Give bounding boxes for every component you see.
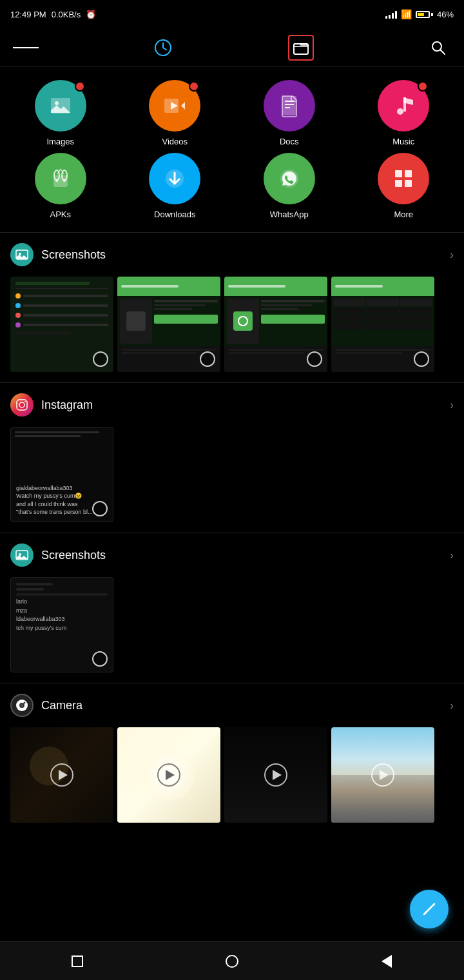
svg-marker-9 [181, 102, 185, 110]
images-label: Images [46, 137, 74, 146]
downloads-label: Downloads [154, 210, 195, 219]
svg-rect-26 [395, 170, 402, 177]
svg-point-20 [55, 179, 58, 182]
menu-button[interactable] [13, 35, 39, 61]
svg-point-40 [24, 702, 26, 704]
category-downloads[interactable]: Downloads [121, 153, 229, 219]
instagram-icon [10, 393, 34, 416]
network-speed: 0.0KB/s [52, 10, 81, 19]
screenshots-2-chevron: › [450, 549, 454, 562]
music-label: Music [392, 137, 414, 146]
thumb-ss-2[interactable] [117, 277, 220, 372]
screenshots-2-header-left: Screenshots [10, 544, 106, 567]
thumb-ss2-1[interactable]: lario mza ldabeorwallaba303 tch my pussy… [10, 577, 113, 672]
category-apks[interactable]: APKs [6, 153, 115, 219]
time: 12:49 PM [10, 10, 46, 19]
thumb-ss-4[interactable] [331, 277, 434, 372]
screenshots-2-icon [10, 544, 34, 567]
category-docs[interactable]: Docs [235, 80, 343, 146]
circle-icon [226, 955, 238, 968]
thumb-radio-4[interactable] [414, 351, 429, 367]
screenshots-2-header[interactable]: Screenshots › [0, 533, 464, 577]
fab-icon [420, 900, 438, 918]
bottom-nav [0, 941, 464, 980]
whatsapp-label: WhatsApp [270, 210, 309, 219]
svg-point-7 [55, 101, 59, 105]
camera-header[interactable]: Camera › [0, 683, 464, 727]
nav-home-button[interactable] [219, 948, 245, 974]
category-whatsapp[interactable]: WhatsApp [235, 153, 343, 219]
thumb-ss-1[interactable] [10, 277, 113, 372]
insta-username: gialdabeorwallaba303 [16, 484, 73, 493]
videos-label: Videos [162, 137, 188, 146]
status-right: 📶 46% [385, 9, 454, 19]
thumb-radio-3[interactable] [307, 351, 322, 367]
svg-rect-28 [395, 180, 402, 187]
fab-button[interactable] [410, 890, 449, 928]
screenshots-1-chevron: › [450, 248, 454, 262]
svg-point-39 [21, 704, 23, 707]
screenshots-1-header[interactable]: Screenshots › [0, 233, 464, 277]
camera-section: Camera › [0, 683, 464, 885]
category-videos[interactable]: Videos [121, 80, 229, 146]
wifi-icon: 📶 [401, 9, 412, 19]
nav-back-button[interactable] [374, 948, 400, 974]
svg-point-15 [397, 108, 403, 115]
thumb-instagram-1[interactable]: gialdabeorwallaba303 Watch my pussy's cu… [10, 427, 113, 522]
svg-rect-11 [282, 96, 296, 115]
screenshots-1-icon [10, 243, 34, 266]
search-button[interactable] [425, 35, 451, 61]
screenshots-section-1: Screenshots › [0, 233, 464, 382]
category-images[interactable]: Images [6, 80, 115, 146]
camera-icon [10, 694, 34, 717]
instagram-header[interactable]: Instagram › [0, 383, 464, 427]
ss2-text: lario mza ldabeorwallaba303 tch my pussy… [11, 578, 113, 638]
svg-point-33 [19, 402, 24, 407]
screenshots-2-title: Screenshots [41, 549, 106, 562]
instagram-thumbs: gialdabeorwallaba303 Watch my pussy's cu… [0, 427, 464, 533]
screenshots-1-title: Screenshots [41, 248, 106, 262]
signal-icon [385, 10, 397, 19]
folder-button[interactable] [288, 35, 314, 61]
status-left: 12:49 PM 0.0KB/s ⏰ [10, 10, 96, 19]
ss2-radio[interactable] [92, 651, 108, 667]
insta-caption-2: and all I could think was [16, 500, 78, 509]
screenshots-1-thumbs [0, 277, 464, 382]
screenshots-1-header-left: Screenshots [10, 243, 106, 266]
screenshots-section-2: Screenshots › lario mza ldabeorwallaba30… [0, 533, 464, 683]
svg-rect-29 [405, 180, 412, 187]
history-button[interactable] [150, 35, 176, 61]
battery-percent: 46% [437, 10, 454, 19]
thumb-radio-2[interactable] [200, 351, 215, 367]
more-label: More [394, 210, 413, 219]
category-music[interactable]: Music [350, 80, 458, 146]
instagram-header-left: Instagram [10, 393, 93, 416]
svg-line-5 [440, 50, 445, 54]
thumb-cam-2[interactable] [117, 727, 220, 823]
back-icon [382, 955, 392, 968]
insta-radio[interactable] [92, 501, 108, 516]
svg-point-21 [63, 179, 66, 182]
thumb-cam-3[interactable] [224, 727, 327, 823]
square-icon [72, 956, 83, 967]
category-more[interactable]: More [350, 153, 458, 219]
thumb-cam-1[interactable] [10, 727, 113, 823]
thumb-ss-3[interactable] [224, 277, 327, 372]
camera-thumbs [0, 727, 464, 833]
instagram-section: Instagram › gialdabeorwallaba303 Watch m… [0, 383, 464, 533]
music-badge [418, 81, 428, 92]
screenshots-2-thumbs: lario mza ldabeorwallaba303 tch my pussy… [0, 577, 464, 683]
svg-point-34 [24, 401, 26, 402]
thumb-radio-1[interactable] [93, 351, 108, 367]
instagram-chevron: › [450, 398, 454, 412]
svg-rect-27 [405, 170, 412, 177]
status-bar: 12:49 PM 0.0KB/s ⏰ 📶 46% [0, 0, 464, 28]
camera-title: Camera [41, 699, 82, 712]
thumb-cam-4[interactable] [331, 727, 434, 823]
svg-line-2 [163, 48, 166, 50]
alarm-icon: ⏰ [86, 10, 96, 19]
nav-square-button[interactable] [64, 948, 90, 974]
videos-badge [189, 81, 199, 92]
battery-icon [416, 11, 433, 18]
nav-bar [0, 28, 464, 67]
